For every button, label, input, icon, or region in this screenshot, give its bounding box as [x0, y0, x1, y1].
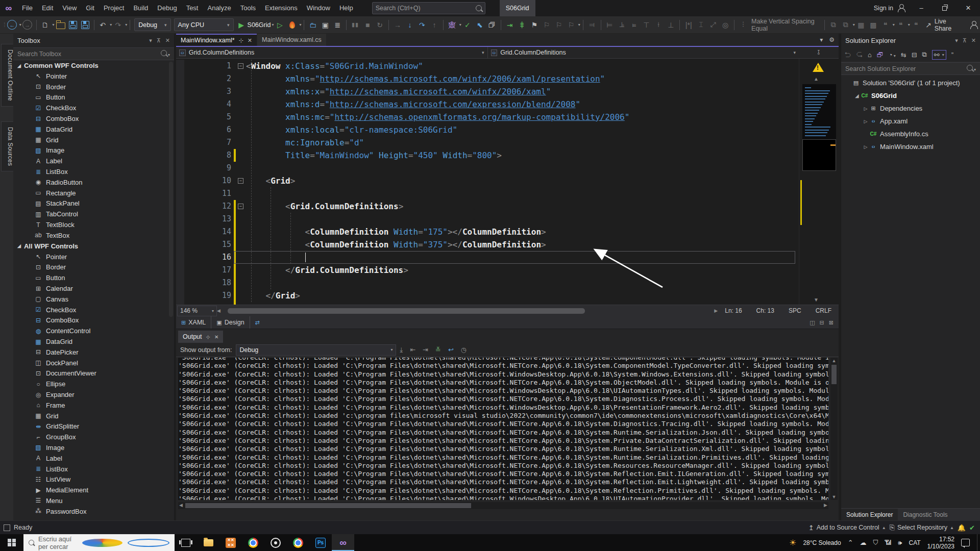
toolbox-item-menu[interactable]: ☰Menu	[13, 495, 168, 506]
output-pin-icon[interactable]: ⊹	[206, 334, 210, 340]
notifications-bell-icon[interactable]: 🔔	[958, 524, 966, 532]
tree-item-app-xaml[interactable]: ▷‹›App.xaml	[841, 115, 980, 128]
word-wrap-icon[interactable]: ↩	[448, 346, 454, 354]
breakpoint-margin[interactable]	[176, 149, 184, 162]
tab-mainwindow-xaml[interactable]: MainWindow.xaml* ⊹ ✕	[176, 34, 257, 46]
toolbox-search-input[interactable]: Search Toolbox ▾	[13, 47, 174, 60]
menu-view[interactable]: View	[58, 0, 81, 16]
spell-check-button[interactable]: ✓	[462, 19, 473, 31]
toolbox-item-image[interactable]: ▧Image	[13, 442, 168, 453]
start-button[interactable]	[0, 534, 23, 551]
tree-item-mainwindow-xaml[interactable]: ▷‹›MainWindow.xaml	[841, 140, 980, 153]
collapsed-icon[interactable]: ▷	[863, 119, 869, 124]
vertical-split-button[interactable]: ◫	[810, 319, 815, 326]
open-file-button[interactable]	[55, 19, 66, 31]
breakpoint-margin[interactable]	[176, 238, 184, 251]
output-source-dropdown[interactable]: Debug▾	[236, 344, 396, 356]
menu-file[interactable]: File	[17, 0, 37, 16]
collapse-pane-button[interactable]: ⊠	[829, 319, 834, 326]
toolbox-item-documentviewer[interactable]: ⊡DocumentViewer	[13, 368, 168, 379]
bring-to-front-button[interactable]: ⧉	[828, 19, 839, 31]
menu-extensions[interactable]: Extensions	[260, 0, 302, 16]
code-line-12[interactable]: 12− <Grid.ColumnDefinitions>	[176, 200, 799, 213]
sync-with-active-document-icon[interactable]: ⇆	[901, 51, 906, 59]
menu-test[interactable]: Test	[182, 0, 203, 16]
status-spaces[interactable]: SPC	[789, 307, 801, 314]
breakpoint-margin[interactable]	[176, 60, 184, 72]
breakpoint-margin[interactable]	[176, 111, 184, 123]
output-close-icon[interactable]: ✕	[214, 334, 218, 340]
code-line-14[interactable]: 14 <ColumnDefinition Width="175"></Colum…	[176, 226, 799, 238]
show-all-files-icon[interactable]: ⧉	[922, 51, 927, 59]
solution-explorer-search-input[interactable]: Search Solution Explorer ▾	[841, 62, 980, 75]
toolbox-item-button[interactable]: ▭Button	[13, 272, 168, 283]
breakpoint-margin[interactable]	[176, 289, 184, 302]
toolbox-item-frame[interactable]: ⌂Frame	[13, 400, 168, 411]
scroll-up-icon[interactable]: ▲	[830, 358, 838, 363]
step-into-button[interactable]: ↓	[404, 19, 415, 31]
bookmark-button[interactable]: ⚑	[529, 19, 540, 31]
align-rights-button[interactable]: ⫢	[628, 19, 640, 31]
indent-button[interactable]: ⇥	[504, 19, 516, 31]
switch-views-icon[interactable]: 🗗	[877, 51, 884, 59]
breakpoint-margin[interactable]	[176, 136, 184, 149]
output-tab[interactable]: Output ⊹ ✕	[178, 331, 223, 343]
quote-style-3-button[interactable]: ❝	[911, 19, 922, 31]
platform-dropdown[interactable]: Any CPU▾	[174, 18, 234, 31]
navigate-forward-button[interactable]: →	[22, 19, 33, 31]
pending-changes-filter-icon[interactable]: ◔▾	[889, 51, 896, 59]
make-horizontal-spacing-equal-icon[interactable]: ⫶	[738, 19, 749, 31]
start-without-debugging-button[interactable]: ▷	[274, 19, 285, 31]
menu-build[interactable]: Build	[129, 0, 153, 16]
expanded-icon[interactable]: ◢	[854, 93, 860, 98]
tree-item-solution-s06grid-1-of-1-project-[interactable]: ▤Solution 'S06Grid' (1 of 1 project)	[841, 77, 980, 89]
code-line-9[interactable]: 9	[176, 162, 799, 174]
scroll-down-icon[interactable]: ▼	[814, 297, 819, 303]
volume-icon[interactable]: 🕪︎	[898, 539, 902, 547]
make-same-width-button[interactable]: |*|	[683, 19, 694, 31]
find-in-files-button[interactable]: 🗀	[307, 19, 318, 31]
clear-output-icon[interactable]: ≚	[435, 346, 441, 354]
onedrive-cloud-icon[interactable]: ☁	[860, 539, 867, 546]
solution-explorer-bottom-tab[interactable]: Solution Explorer	[841, 509, 898, 520]
align-bottoms-button[interactable]: ⊥	[665, 19, 676, 31]
horizontal-split-button[interactable]: ⊟	[820, 319, 824, 326]
code-line-4[interactable]: 4 xmlns:d="http://schemas.microsoft.com/…	[176, 98, 799, 111]
toolbox-item-image[interactable]: ▧Image	[13, 145, 168, 156]
orange-app-icon[interactable]: ✕✕✕✕	[219, 534, 242, 551]
code-line-8[interactable]: 8 Title="MainWindow" Height="450" Width=…	[176, 149, 799, 162]
toolbox-item-datepicker[interactable]: ⊟DatePicker	[13, 347, 168, 358]
se-overflow-icon[interactable]: ”	[951, 51, 953, 59]
code-line-2[interactable]: 2 xmlns="http://schemas.microsoft.com/wi…	[176, 72, 799, 85]
chrome-2-icon[interactable]	[287, 534, 309, 551]
cortana-icon[interactable]	[128, 539, 169, 547]
menu-window[interactable]: Window	[302, 0, 335, 16]
solution-explorer-pin-icon[interactable]: ⊼	[963, 37, 967, 44]
breakpoint-margin[interactable]	[176, 200, 184, 213]
view-selector-button[interactable]: ⚯▾	[932, 50, 946, 60]
toolbox-item-listbox[interactable]: ≣ListBox	[13, 166, 168, 177]
grid-options-button[interactable]: ▩	[868, 19, 879, 31]
solution-explorer-header[interactable]: Solution Explorer ▾ ⊼ ✕	[841, 34, 980, 47]
toolbox-item-pointer[interactable]: ↖Pointer	[13, 252, 168, 262]
scroll-left-icon[interactable]: ◀	[179, 503, 183, 508]
collapse-all-icon[interactable]: ⊟	[912, 51, 917, 59]
quote-style-1-button[interactable]: ❝	[880, 19, 891, 31]
toolbox-item-passwordbox[interactable]: ⁂PasswordBox	[13, 506, 168, 517]
comment-button[interactable]: ⹋	[517, 19, 528, 31]
scroll-down-icon[interactable]: ▼	[830, 494, 838, 499]
add-to-source-control-button[interactable]: ↥ Add to Source Control ▲	[808, 524, 886, 532]
menu-help[interactable]: Help	[335, 0, 358, 16]
tree-item-s06grid[interactable]: ◢C#S06Grid	[841, 89, 980, 102]
toolbox-item-label[interactable]: ALabel	[13, 156, 168, 166]
intellitrace-button[interactable]: 🕸	[447, 19, 458, 31]
toolbox-section-all-wpf-controls[interactable]: ◢All WPF Controls	[13, 241, 168, 252]
code-line-15[interactable]: 15 <ColumnDefinition Width="375"></Colum…	[176, 238, 799, 251]
menu-debug[interactable]: Debug	[153, 0, 181, 16]
toolbox-item-grid[interactable]: ▦Grid	[13, 411, 168, 421]
toolbox-item-mediaelement[interactable]: ▶MediaElement	[13, 485, 168, 495]
clear-bookmarks-button[interactable]: ⚐	[566, 19, 577, 31]
next-bookmark-button[interactable]: ⚐	[553, 19, 565, 31]
make-same-height-button[interactable]: ⌶	[695, 19, 706, 31]
toolbox-item-radiobutton[interactable]: ◉RadioButton	[13, 177, 168, 188]
